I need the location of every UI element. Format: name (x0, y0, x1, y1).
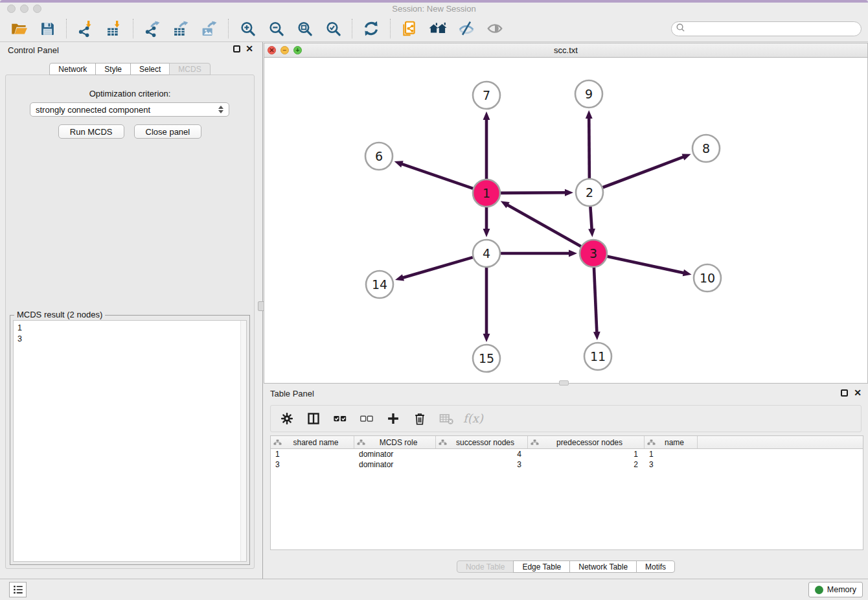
graph-node-6[interactable]: 6 (365, 143, 393, 170)
table-options-button[interactable] (279, 410, 295, 427)
memory-button[interactable]: Memory (808, 582, 863, 597)
zoom-out-button[interactable] (266, 19, 286, 38)
graph-edge-3-10[interactable] (608, 257, 692, 277)
svg-text:3: 3 (589, 246, 597, 260)
open-session-button[interactable] (9, 19, 29, 38)
table-tab-motifs[interactable]: Motifs (636, 560, 675, 573)
table-cell[interactable]: dominator (354, 449, 436, 459)
table-tab-edge-table[interactable]: Edge Table (513, 560, 570, 573)
app-titlebar[interactable]: Session: New Session (0, 3, 868, 16)
graph-node-4[interactable]: 4 (473, 240, 500, 267)
table-cell[interactable]: 1 (271, 449, 354, 459)
network-window-titlebar[interactable]: ✕ − + scc.txt (264, 43, 867, 58)
show-all-button[interactable] (485, 19, 505, 38)
close-panel-button[interactable]: Close panel (134, 124, 202, 139)
hide-selected-button[interactable] (457, 19, 476, 38)
result-scrollbar[interactable] (240, 321, 246, 561)
graph-node-2[interactable]: 2 (576, 179, 603, 206)
import-table-button[interactable] (104, 19, 124, 38)
graph-edge-3-1[interactable] (501, 201, 581, 246)
save-session-button[interactable] (38, 19, 57, 38)
table-tab-network-table[interactable]: Network Table (569, 560, 637, 573)
table-cell[interactable]: dominator (354, 459, 436, 470)
graph-node-15[interactable]: 15 (473, 345, 500, 372)
network-canvas[interactable]: 1234678910111415 (264, 58, 867, 383)
graph-edge-2-8[interactable] (603, 154, 691, 187)
export-table-button[interactable] (171, 19, 190, 38)
graph-edge-2-3[interactable] (588, 207, 595, 237)
graph-edge-4-14[interactable] (395, 257, 473, 281)
graph-node-1[interactable]: 1 (473, 179, 500, 207)
column-header-shared-name[interactable]: shared name (271, 436, 354, 448)
zoom-in-button[interactable] (238, 19, 257, 38)
delete-column-button[interactable] (411, 410, 428, 427)
first-neighbors-button[interactable] (428, 19, 448, 38)
import-network-button[interactable] (76, 19, 95, 38)
hierarchy-icon (357, 439, 365, 445)
graph-node-11[interactable]: 11 (584, 343, 611, 370)
tab-network[interactable]: Network (49, 63, 96, 75)
trash-icon (413, 411, 427, 426)
table-cell[interactable]: 1 (528, 449, 645, 459)
graph-node-3[interactable]: 3 (580, 240, 607, 267)
graph-node-10[interactable]: 10 (694, 264, 721, 292)
graph-edge-1-7[interactable] (483, 111, 490, 179)
table-cell[interactable]: 3 (645, 459, 698, 470)
table-tab-node-table[interactable]: Node Table (457, 560, 514, 573)
table-row[interactable]: 1dominator411 (271, 449, 863, 459)
column-header-predecessor-nodes[interactable]: predecessor nodes (528, 436, 645, 448)
zoom-out-icon (268, 21, 284, 37)
column-header-mcds-role[interactable]: MCDS role (354, 436, 436, 448)
run-mcds-button[interactable]: Run MCDS (58, 124, 124, 139)
zoom-fit-button[interactable] (295, 19, 314, 38)
column-header-name[interactable]: name (645, 436, 698, 448)
svg-text:f(x): f(x) (463, 411, 484, 425)
table-body: 1dominator4113dominator323 (271, 449, 863, 470)
graph-node-9[interactable]: 9 (575, 80, 602, 108)
horizontal-splitter-grip[interactable] (559, 380, 569, 386)
select-all-button[interactable] (332, 410, 348, 427)
control-panel-float-icon[interactable] (233, 45, 240, 52)
toggle-columns-button[interactable] (305, 410, 322, 427)
table-cell[interactable]: 3 (271, 459, 354, 470)
criterion-select[interactable]: strongly connected component (30, 102, 229, 117)
table-cell[interactable]: 3 (436, 459, 528, 470)
table-cell[interactable]: 2 (528, 459, 645, 470)
network-from-selection-button[interactable] (400, 19, 419, 38)
export-image-button[interactable] (200, 19, 219, 38)
apply-layout-button[interactable] (361, 19, 381, 38)
graph-node-14[interactable]: 14 (366, 271, 393, 298)
mcds-result-text[interactable]: 1 3 (13, 320, 247, 562)
optimization-criterion-label: Optimization criterion: (6, 89, 254, 98)
graph-edge-1-2[interactable] (501, 189, 573, 196)
zoom-selected-button[interactable] (323, 19, 343, 38)
graph-edge-4-15[interactable] (483, 268, 490, 342)
table-cell[interactable]: 4 (436, 449, 528, 459)
graph-edge-4-3[interactable] (501, 250, 577, 257)
grid-x-icon (439, 411, 454, 426)
search-input[interactable] (685, 24, 861, 33)
toolbar-group (66, 19, 133, 38)
deselect-all-button[interactable] (358, 410, 375, 427)
export-network-button[interactable] (143, 19, 162, 38)
tab-style[interactable]: Style (95, 63, 131, 75)
table-panel-float-icon[interactable] (841, 389, 848, 397)
tab-select[interactable]: Select (130, 63, 170, 75)
add-column-button[interactable] (385, 410, 402, 427)
table-panel-close-icon[interactable]: ✕ (854, 389, 862, 397)
search-box[interactable] (671, 21, 862, 36)
tab-mcds[interactable]: MCDS (169, 63, 210, 75)
column-header-successor-nodes[interactable]: successor nodes (436, 436, 528, 448)
control-panel-close-icon[interactable]: ✕ (246, 45, 253, 52)
graph-edge-3-11[interactable] (593, 268, 600, 340)
graph-edge-2-9[interactable] (586, 110, 593, 178)
graph-node-8[interactable]: 8 (692, 135, 720, 162)
table-cell[interactable]: 1 (645, 449, 698, 459)
graph-edge-1-6[interactable] (394, 161, 474, 189)
graph-edge-1-4[interactable] (483, 207, 490, 237)
task-history-button[interactable] (9, 582, 27, 597)
check-pair-icon (333, 411, 347, 426)
table-toolbar: f(x) (270, 405, 862, 432)
table-row[interactable]: 3dominator323 (271, 459, 863, 470)
graph-node-7[interactable]: 7 (473, 82, 500, 109)
